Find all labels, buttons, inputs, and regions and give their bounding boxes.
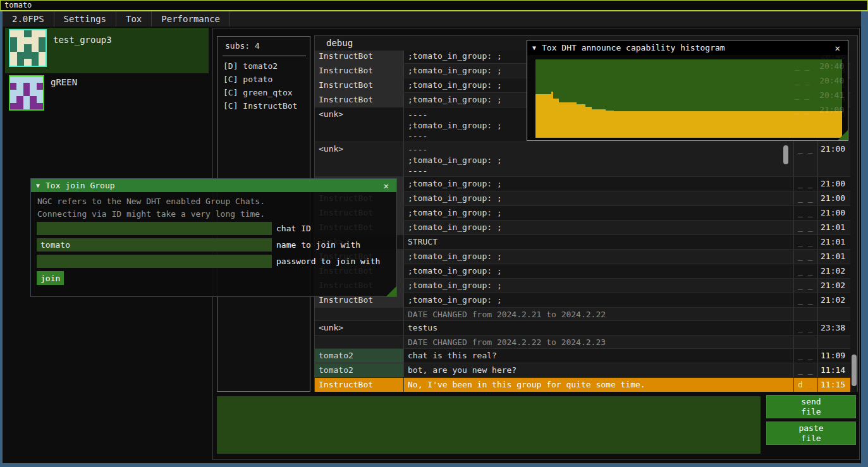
- message-text: ;tomato_in_group: ;: [403, 279, 793, 293]
- group-avatar: [9, 75, 44, 111]
- message-timestamp: [817, 336, 850, 348]
- member-list-item[interactable]: [C] potato: [217, 73, 310, 86]
- join-dialog-titlebar[interactable]: ▼ Tox join Group ✕: [31, 179, 396, 192]
- message-flags: _ _: [793, 206, 817, 220]
- menu-item-tox[interactable]: Tox: [116, 11, 152, 27]
- tomato-app-window: tomato 2.0FPSSettingsToxPerformance test…: [0, 0, 868, 467]
- join-password-label: password to join with: [276, 257, 380, 266]
- join-name-label: name to join with: [276, 240, 360, 250]
- date-changed-row[interactable]: DATE CHANGED from 2024.2.22 to 2024.2.23: [315, 335, 850, 348]
- window-titlebar[interactable]: tomato: [0, 0, 868, 11]
- message-flags: [793, 336, 817, 348]
- sender-name: InstructBot: [315, 378, 403, 392]
- avatar-pixel: [37, 90, 43, 96]
- message-timestamp: 21:00: [817, 142, 850, 176]
- chat-row[interactable]: tomato2chat is this real?_ _11:09: [315, 348, 850, 363]
- avatar-pixel: [16, 96, 23, 102]
- send-file-button[interactable]: send file: [766, 395, 856, 418]
- chat-row[interactable]: tomato2bot, are you new here?_ _11:14: [315, 363, 850, 377]
- group-avatar: [9, 29, 47, 67]
- chat-scrollbar-track[interactable]: [850, 51, 857, 392]
- members-list: [D] tomato2[C] potato[C] green_qtox[C] I…: [217, 59, 310, 112]
- histogram-bar: [577, 104, 585, 138]
- date-changed-row[interactable]: DATE CHANGED from 2024.2.21 to 2024.2.22: [315, 307, 850, 320]
- avatar-pixel: [32, 37, 39, 44]
- sender-name: InstructBot: [315, 93, 403, 107]
- member-list-item[interactable]: [D] tomato2: [217, 59, 310, 73]
- join-button[interactable]: join: [37, 271, 64, 285]
- message-flags: _ _: [793, 177, 817, 191]
- avatar-pixel: [10, 103, 16, 109]
- resize-grip-icon[interactable]: [838, 130, 848, 140]
- faded-timestamp-row: _ _ 20:41: [795, 90, 844, 100]
- avatar-pixel: [30, 83, 36, 89]
- avatar-pixel: [30, 96, 36, 102]
- avatar-pixel: [10, 90, 16, 96]
- group-row-test_group3[interactable]: test_group3: [5, 28, 209, 73]
- paste-file-button[interactable]: paste file: [766, 422, 856, 445]
- chat-row[interactable]: <unk>testus_ _23:38: [315, 320, 850, 335]
- chat-scrollbar-thumb[interactable]: [852, 355, 857, 386]
- histogram-bar: [592, 109, 606, 138]
- member-list-item[interactable]: [C] InstructBot: [217, 99, 310, 112]
- avatar-pixel: [16, 83, 23, 89]
- chat-row[interactable]: <unk>----;tomato_in_group: ;----_ _21:00: [315, 142, 850, 176]
- avatar-pixel: [30, 103, 36, 109]
- avatar-pixel: [39, 30, 46, 37]
- message-text: No, I've been in this group for quite so…: [403, 378, 793, 392]
- member-list-item[interactable]: [C] green_qtox: [217, 86, 310, 99]
- histogram-title: Tox DHT announce capability histogram: [542, 43, 725, 52]
- message-text: ;tomato_in_group: ;: [403, 206, 793, 220]
- histogram-bar: [606, 111, 614, 138]
- avatar-pixel: [10, 59, 17, 66]
- message-flags: _ _: [793, 221, 817, 234]
- histogram-bar: [585, 107, 592, 138]
- avatar-pixel: [24, 30, 31, 37]
- avatar-pixel: [10, 44, 17, 51]
- chat-row[interactable]: InstructBotNo, I've been in this group f…: [315, 377, 850, 392]
- message-flags: _ _: [793, 363, 817, 377]
- message-text: ----;tomato_in_group: ;----: [403, 142, 793, 176]
- sender-name: [315, 336, 403, 348]
- resize-grip-icon[interactable]: [386, 286, 396, 296]
- message-flags: [793, 308, 817, 320]
- message-timestamp: 21:00: [817, 206, 850, 220]
- close-icon[interactable]: ✕: [381, 181, 391, 191]
- collapse-arrow-icon[interactable]: ▼: [532, 44, 536, 51]
- window-edge-bottom: [0, 463, 868, 467]
- message-text: ;tomato_in_group: ;: [403, 177, 793, 191]
- chat-id-field[interactable]: [37, 222, 272, 235]
- avatar-pixel: [16, 90, 23, 96]
- close-icon[interactable]: ✕: [833, 43, 843, 53]
- chat-id-label: chat ID: [276, 224, 311, 233]
- message-timestamp: 21:02: [817, 293, 850, 307]
- message-text: DATE CHANGED from 2024.2.22 to 2024.2.23: [403, 336, 793, 348]
- message-timestamp: 11:15: [817, 378, 850, 392]
- faded-timestamp-row: _ _ 20:40: [795, 61, 844, 71]
- avatar-pixel: [10, 76, 16, 83]
- message-input[interactable]: [217, 396, 761, 454]
- menu-item-performance[interactable]: Performance: [152, 11, 230, 27]
- join-group-dialog: ▼ Tox join Group ✕ NGC refers to the New…: [30, 178, 397, 297]
- collapse-arrow-icon[interactable]: ▼: [36, 182, 40, 189]
- sender-name: <unk>: [315, 142, 403, 176]
- message-text: STRUCT: [403, 235, 793, 249]
- avatar-pixel: [16, 76, 23, 83]
- message-flags: _ _: [793, 349, 817, 363]
- avatar-pixel: [17, 44, 24, 51]
- message-text: ;tomato_in_group: ;: [403, 191, 793, 205]
- group-row-gREEN[interactable]: gREEN: [5, 73, 209, 119]
- message-text: ;tomato_in_group: ;: [403, 293, 793, 307]
- join-name-field[interactable]: [37, 238, 272, 252]
- avatar-pixel: [32, 44, 39, 51]
- histogram-bar: [559, 102, 577, 138]
- message-timestamp: 21:01: [817, 235, 850, 249]
- group-name: gREEN: [51, 77, 77, 119]
- histogram-titlebar[interactable]: ▼ Tox DHT announce capability histogram …: [527, 40, 848, 55]
- avatar-pixel: [10, 96, 16, 102]
- join-password-field[interactable]: [37, 255, 272, 268]
- message-flags: _ _: [793, 279, 817, 293]
- message-scrollbar-thumb[interactable]: [783, 145, 788, 164]
- message-flags: _ _: [793, 321, 817, 335]
- menu-item-settings[interactable]: Settings: [54, 11, 116, 27]
